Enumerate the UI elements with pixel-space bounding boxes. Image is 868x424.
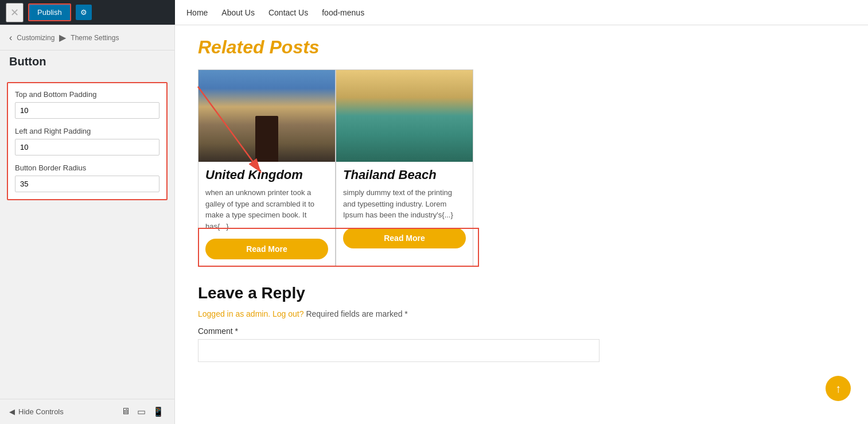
top-bottom-padding-label: Top and Bottom Padding — [15, 90, 159, 99]
content-area: Related Posts United Kingdom when an — [175, 25, 868, 424]
post-2-btn-container: Read More — [336, 228, 473, 248]
leave-reply-title: Leave a Reply — [198, 284, 845, 302]
post-1-title: United Kingdom — [198, 162, 335, 187]
sidebar-footer: ◀ Hide Controls 🖥 ▭ 📱 — [0, 399, 174, 424]
tablet-view-icon[interactable]: ▭ — [136, 405, 147, 418]
breadcrumb-separator: ▶ — [59, 32, 66, 43]
post-1-read-more-button[interactable]: Read More — [205, 239, 328, 259]
post-1-btn-container: Read More — [198, 239, 335, 259]
related-posts-title: Related Posts — [198, 37, 845, 58]
main-layout: ‹ Customizing ▶ Theme Settings Button To… — [0, 25, 868, 424]
top-bar-left: ✕ Publish ⚙ — [0, 0, 175, 25]
hide-controls-button[interactable]: ◀ Hide Controls — [9, 407, 64, 416]
publish-button[interactable]: Publish — [28, 3, 71, 21]
comment-input[interactable] — [198, 339, 600, 362]
post-card-2: Thailand Beach simply dummy text of the … — [336, 69, 473, 267]
comment-label: Comment * — [198, 326, 845, 336]
login-text: Logged in as admin. Log out? Required fi… — [198, 309, 845, 318]
logged-in-link[interactable]: Logged in as admin. — [198, 309, 270, 318]
breadcrumb-customizing: Customizing — [17, 34, 55, 42]
nav-bar: Home About Us Contact Us food-menus — [175, 8, 868, 17]
nav-home[interactable]: Home — [186, 8, 208, 17]
breadcrumb-theme-settings: Theme Settings — [71, 34, 119, 42]
sidebar-header: ‹ Customizing ▶ Theme Settings — [0, 25, 174, 50]
view-icons: 🖥 ▭ 📱 — [120, 405, 165, 418]
left-right-padding-input[interactable] — [15, 139, 159, 155]
nav-about[interactable]: About Us — [221, 8, 255, 17]
left-right-padding-label: Left and Right Padding — [15, 127, 159, 135]
post-card-1: United Kingdom when an unknown printer t… — [198, 69, 336, 267]
thailand-post-image — [336, 70, 473, 162]
post-2-excerpt: simply dummy text of the printing and ty… — [336, 187, 473, 228]
post-1-excerpt: when an unknown printer took a galley of… — [198, 187, 335, 239]
top-bottom-padding-input[interactable] — [15, 102, 159, 119]
gear-button[interactable]: ⚙ — [76, 5, 92, 20]
hide-controls-label: Hide Controls — [18, 407, 64, 416]
uk-post-image — [198, 70, 335, 162]
sidebar: ‹ Customizing ▶ Theme Settings Button To… — [0, 25, 175, 424]
post-2-title: Thailand Beach — [336, 162, 473, 187]
required-fields-text: Required fields are marked * — [306, 309, 407, 318]
leave-reply-section: Leave a Reply Logged in as admin. Log ou… — [198, 284, 845, 362]
nav-food-menus[interactable]: food-menus — [322, 8, 364, 17]
settings-box: Top and Bottom Padding Left and Right Pa… — [7, 82, 168, 200]
sidebar-content: Top and Bottom Padding Left and Right Pa… — [0, 75, 174, 399]
back-arrow-icon[interactable]: ‹ — [9, 33, 12, 43]
logout-link[interactable]: Log out? — [273, 309, 304, 318]
mobile-view-icon[interactable]: 📱 — [151, 405, 165, 418]
top-bar: ✕ Publish ⚙ Home About Us Contact Us foo… — [0, 0, 868, 25]
chevron-left-icon: ◀ — [9, 407, 15, 416]
nav-contact[interactable]: Contact Us — [268, 8, 308, 17]
desktop-view-icon[interactable]: 🖥 — [120, 405, 131, 418]
sidebar-title: Button — [0, 50, 174, 75]
scroll-top-button[interactable]: ↑ — [826, 376, 851, 401]
border-radius-input[interactable] — [15, 176, 159, 192]
border-radius-label: Button Border Radius — [15, 164, 159, 172]
post-2-read-more-button[interactable]: Read More — [343, 228, 466, 248]
posts-grid: United Kingdom when an unknown printer t… — [198, 69, 845, 267]
close-button[interactable]: ✕ — [6, 3, 24, 22]
